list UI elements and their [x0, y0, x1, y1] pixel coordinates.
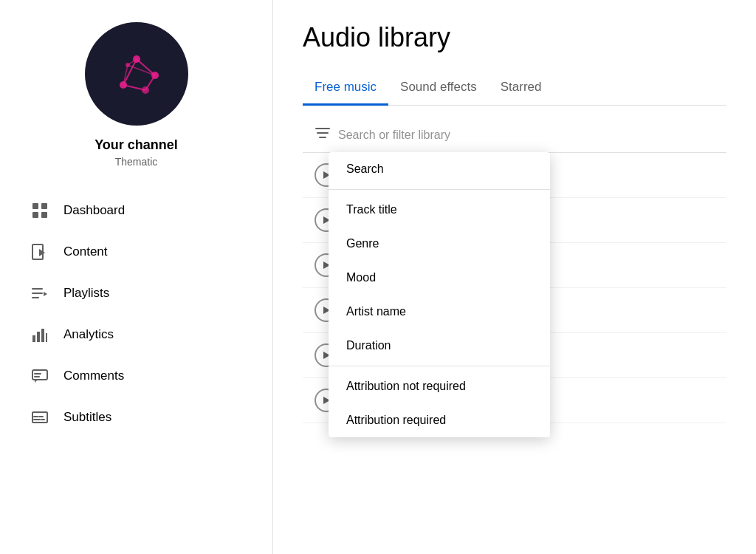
svg-rect-25	[46, 333, 47, 342]
subtitles-icon	[30, 407, 50, 428]
content-label: Content	[63, 244, 108, 259]
sidebar-item-analytics[interactable]: Analytics	[15, 314, 258, 355]
dropdown-item-duration[interactable]: Duration	[329, 329, 550, 363]
dropdown-divider	[329, 366, 550, 366]
svg-rect-24	[41, 329, 44, 342]
subtitles-label: Subtitles	[63, 410, 111, 425]
svg-rect-14	[32, 212, 38, 218]
channel-name: Your channel	[94, 137, 178, 153]
svg-line-8	[145, 75, 155, 90]
dropdown-item-search[interactable]: Search	[329, 152, 550, 186]
filter-dropdown: Search Track title Genre Mood Artist nam…	[329, 152, 550, 437]
svg-rect-23	[37, 332, 40, 342]
svg-rect-26	[32, 370, 47, 380]
tabs: Free music Sound effects Starred	[303, 71, 726, 106]
dropdown-item-attribution-not-required[interactable]: Attribution not required	[329, 369, 550, 403]
tab-starred[interactable]: Starred	[489, 71, 554, 106]
content-icon	[30, 242, 50, 262]
svg-rect-22	[32, 335, 35, 342]
tab-sound-effects[interactable]: Sound effects	[388, 71, 489, 106]
sidebar: Your channel Thematic Dashboard Con	[0, 0, 273, 554]
dashboard-icon	[30, 200, 50, 221]
search-input-placeholder: Search or filter library	[338, 129, 450, 142]
nav-items: Dashboard Content Playlists	[0, 190, 272, 438]
analytics-label: Analytics	[63, 327, 114, 342]
dropdown-item-mood[interactable]: Mood	[329, 261, 550, 295]
analytics-icon	[30, 324, 50, 345]
main-content: Audio library Free music Sound effects S…	[273, 0, 756, 554]
dropdown-item-genre[interactable]: Genre	[329, 227, 550, 261]
sidebar-item-content[interactable]: Content	[15, 231, 258, 273]
playlists-label: Playlists	[63, 286, 109, 301]
sidebar-item-subtitles[interactable]: Subtitles	[15, 397, 258, 438]
comments-icon	[30, 366, 50, 386]
tab-free-music[interactable]: Free music	[303, 71, 388, 106]
dropdown-item-artist-name[interactable]: Artist name	[329, 295, 550, 329]
channel-subtitle: Thematic	[115, 156, 158, 168]
search-bar[interactable]: Search or filter library	[303, 117, 726, 153]
svg-line-10	[128, 65, 155, 75]
page-title: Audio library	[303, 22, 726, 53]
svg-rect-15	[41, 212, 47, 218]
dropdown-divider	[329, 189, 550, 190]
dropdown-item-track-title[interactable]: Track title	[329, 193, 550, 227]
channel-avatar	[85, 22, 188, 126]
svg-rect-12	[32, 203, 38, 209]
dashboard-label: Dashboard	[63, 203, 125, 218]
svg-marker-21	[44, 292, 47, 296]
sidebar-item-comments[interactable]: Comments	[15, 355, 258, 397]
svg-line-5	[137, 59, 155, 75]
sidebar-item-dashboard[interactable]: Dashboard	[15, 190, 258, 231]
filter-icon	[315, 125, 331, 145]
dropdown-item-attribution-required[interactable]: Attribution required	[329, 403, 550, 437]
svg-rect-13	[41, 203, 47, 209]
svg-marker-29	[35, 380, 38, 383]
channel-logo-icon	[107, 44, 166, 103]
comments-label: Comments	[63, 369, 124, 383]
sidebar-item-playlists[interactable]: Playlists	[15, 273, 258, 314]
svg-line-9	[123, 85, 145, 90]
playlists-icon	[30, 283, 50, 304]
